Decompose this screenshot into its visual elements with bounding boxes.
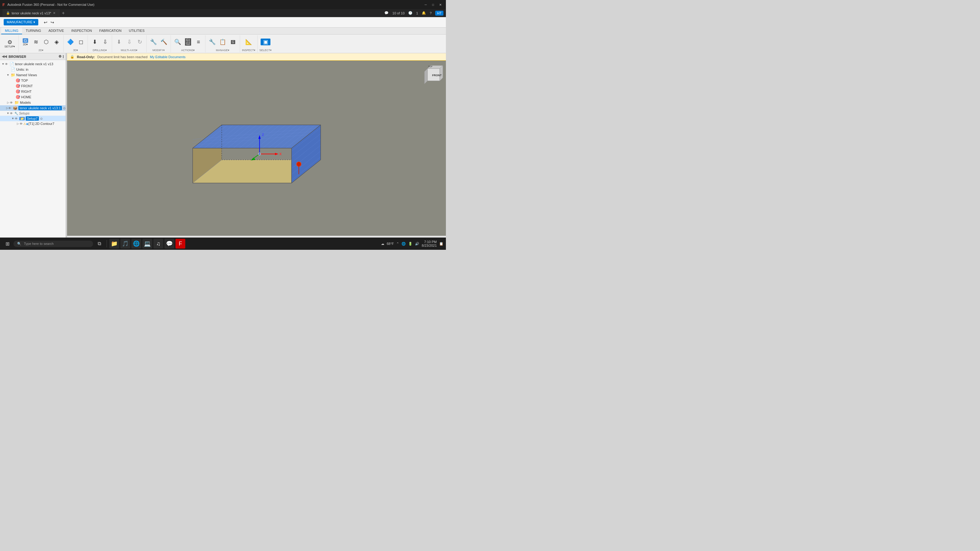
help-icon[interactable]: ? <box>430 11 431 15</box>
toggle-named-views[interactable]: ▼ <box>6 73 10 76</box>
time-display: 7:10 PM <box>422 240 437 244</box>
2d-btn4[interactable]: ◈ <box>52 38 62 45</box>
multiaxis-btn1[interactable]: ⬇ <box>114 38 124 45</box>
manage-btn2[interactable]: 📋 <box>218 38 228 45</box>
eye-contour7[interactable]: 👁 <box>20 122 23 125</box>
minimize-button[interactable]: ─ <box>423 2 429 7</box>
eye-setups[interactable]: 👁 <box>10 112 13 115</box>
navigation-cube[interactable]: FRONT TOP <box>422 62 443 84</box>
actions-btn3[interactable]: ≡ <box>194 38 204 45</box>
undo-button[interactable]: ↩ <box>43 19 49 25</box>
maximize-button[interactable]: □ <box>430 2 436 7</box>
close-button[interactable]: ✕ <box>438 2 444 7</box>
tree-item-right[interactable]: 🎯 RIGHT <box>0 89 65 94</box>
edit-documents-link[interactable]: My Editable Documents <box>150 55 186 59</box>
tree-item-home[interactable]: 🎯 HOME <box>0 94 65 100</box>
svg-point-42 <box>258 153 261 155</box>
chevron-icon[interactable]: ⌃ <box>396 242 399 246</box>
taskbar-app-chrome[interactable]: 🌐 <box>131 239 141 249</box>
tree-item-contour7[interactable]: ▷ 👁 ⚠ ◈ [T1] 2D Contour7 <box>0 121 65 126</box>
browser-collapse-right-icon[interactable]: | <box>63 54 64 59</box>
toggle-contour7[interactable]: ▷ <box>16 122 20 125</box>
multiaxis-btn2[interactable]: ⇩ <box>124 38 134 45</box>
readonly-lock-icon: 🔒 <box>70 55 75 59</box>
manage-btn1[interactable]: 🔧 <box>207 38 217 45</box>
tree-item-models[interactable]: ▷ 👁 📁 Models <box>0 100 65 105</box>
toggle-model1[interactable]: ▷ <box>6 106 8 110</box>
manage-btn3[interactable]: G <box>228 40 238 45</box>
manufacture-button[interactable]: MANUFACTURE ▾ <box>4 19 38 25</box>
actions-btn2[interactable]: G1G2 <box>183 38 193 46</box>
eye-models[interactable]: 👁 <box>10 101 13 105</box>
drilling-btn1[interactable]: ⬇ <box>90 38 100 45</box>
taskbar-app-vscode[interactable]: 💻 <box>142 239 152 249</box>
2d-btn3[interactable]: ⬡ <box>41 38 51 45</box>
comment-icon[interactable]: 💬 <box>384 11 389 15</box>
2d-items: G 2D▾ ≋ ⬡ ◈ <box>21 35 62 49</box>
actions-btn1[interactable]: 🔍 <box>173 38 183 45</box>
eye-setup7[interactable]: 👁 <box>15 117 18 120</box>
toggle-root[interactable]: ▼ <box>1 62 5 65</box>
weather-icon: ☁ <box>381 242 384 246</box>
3d-btn1[interactable]: 🔷 <box>65 38 75 45</box>
tab-inspection[interactable]: INSPECTION <box>68 27 95 34</box>
start-button[interactable]: ⊞ <box>2 239 12 249</box>
ribbon-content: ⚙ SETUP▾ G 2D▾ ≋ ⬡ ◈ 2D▾ 🔷 ◻ <box>0 35 446 53</box>
document-tab[interactable]: 🔒 tenor ukulele neck v1 v13* ✕ <box>2 9 59 17</box>
history-icon[interactable]: 🕐 <box>408 11 412 15</box>
inspect-btn1[interactable]: 📐 <box>244 38 254 45</box>
modify-btn1[interactable]: 🔧 <box>148 38 158 45</box>
browser-title: BROWSER <box>9 55 26 59</box>
tree-item-top[interactable]: 🎯 TOP <box>0 78 65 83</box>
toggle-setup7[interactable]: ▼ <box>11 117 15 120</box>
tab-close-button[interactable]: ✕ <box>53 11 56 15</box>
taskbar-app-explorer[interactable]: 📁 <box>109 239 119 249</box>
viewport[interactable]: 🔒 Read-Only: Document limit has been rea… <box>67 53 446 247</box>
taskbar-app-discord[interactable]: 💬 <box>164 239 174 249</box>
browser-content: ▼ 👁 📄 tenor ukulele neck v1 v13 📄 Units:… <box>0 60 65 247</box>
tab-utilities[interactable]: UTILITIES <box>125 27 148 34</box>
toggle-models[interactable]: ▷ <box>6 101 10 104</box>
3d-btn2[interactable]: ◻ <box>76 38 86 45</box>
tab-turning[interactable]: TURNING <box>22 27 45 34</box>
tab-fabrication[interactable]: FABRICATION <box>95 27 125 34</box>
bell-icon[interactable]: 🔔 <box>422 11 426 15</box>
toggle-setups[interactable]: ▼ <box>6 112 10 115</box>
taskbar-app-spotify[interactable]: ♫ <box>153 239 163 249</box>
user-avatar[interactable]: HT <box>435 11 444 16</box>
modify-btn2[interactable]: 🔨 <box>159 38 169 45</box>
network-icon: 🌐 <box>401 242 406 246</box>
browser-collapse-button[interactable]: ◀◀ <box>2 54 7 59</box>
tab-additive[interactable]: ADDITIVE <box>45 27 68 34</box>
taskbar-app-fusion360[interactable]: F <box>175 239 185 249</box>
taskbar-search[interactable]: 🔍 Type here to search <box>13 241 93 247</box>
app-icon: F <box>2 2 5 7</box>
multiaxis-btn3[interactable]: ↻ <box>135 38 145 45</box>
task-view-button[interactable]: ⧉ <box>94 239 104 249</box>
drilling-btn2[interactable]: ⇩ <box>100 38 110 45</box>
target-icon-setup7[interactable]: ⊙ <box>40 117 43 120</box>
app-title: Autodesk Fusion 360 (Personal - Not for … <box>7 3 423 6</box>
tree-item-named-views[interactable]: ▼ 📁 Named Views <box>0 72 65 78</box>
2d-btn2[interactable]: ≋ <box>31 38 41 45</box>
browser-settings-icon[interactable]: ⚙ <box>59 54 62 59</box>
tree-item-setups[interactable]: ▼ 👁 🔧 Setups <box>0 111 65 116</box>
select-btn1[interactable]: ▣ <box>261 38 270 45</box>
2d-button[interactable]: G 2D▾ <box>21 38 30 46</box>
ribbon-group-inspect: 📐 INSPECT▾ <box>240 35 258 52</box>
add-tab-button[interactable]: + <box>59 10 67 16</box>
eye-model1[interactable]: 👁 <box>8 106 11 110</box>
tree-item-front[interactable]: 🎯 FRONT <box>0 83 65 89</box>
eye-root[interactable]: 👁 <box>5 62 8 66</box>
notification-center-icon[interactable]: 📋 <box>439 242 444 246</box>
target-icon-model1[interactable]: ⊙ <box>63 106 65 110</box>
tree-item-setup7[interactable]: ▼ 👁 📁 Setup7 ⊙ <box>0 116 65 121</box>
tree-item-model1[interactable]: ▷ 👁 📦 tenor ukulele neck v1 v13:1 ⊙ <box>0 105 65 111</box>
tree-item-units[interactable]: 📄 Units: in <box>0 67 65 72</box>
redo-button[interactable]: ↪ <box>49 19 56 25</box>
taskbar-app-fusion[interactable]: 🎵 <box>120 239 130 249</box>
tree-item-root[interactable]: ▼ 👁 📄 tenor ukulele neck v1 v13 <box>0 61 65 67</box>
setup-button[interactable]: ⚙ SETUP▾ <box>3 39 16 49</box>
tab-milling[interactable]: MILLING <box>1 27 22 34</box>
ribbon-group-select: ▣ SELECT▾ <box>258 35 274 52</box>
